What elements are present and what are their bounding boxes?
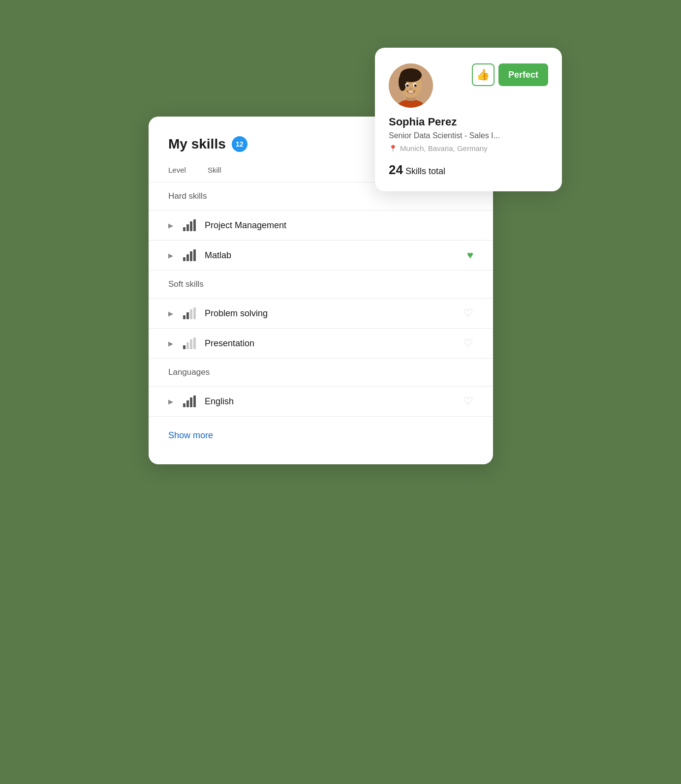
avatar xyxy=(389,63,433,108)
heart-outline-icon[interactable]: ♡ xyxy=(464,307,473,320)
chevron-icon: ▶ xyxy=(168,398,173,405)
skill-row-english[interactable]: ▶ English ♡ xyxy=(149,387,493,417)
level-bar-icon xyxy=(183,337,197,349)
level-bar-icon xyxy=(183,219,197,231)
skill-name: Presentation xyxy=(205,338,254,349)
profile-card: 👍 Perfect Sophia Perez Senior Data Scien… xyxy=(375,48,562,191)
category-soft-skills: Soft skills xyxy=(149,271,493,299)
skill-name: English xyxy=(205,396,234,407)
svg-point-8 xyxy=(406,85,409,87)
col-level-header: Level xyxy=(168,166,198,174)
skill-name: Problem solving xyxy=(205,308,268,319)
svg-point-9 xyxy=(414,85,417,87)
show-more-container: Show more xyxy=(149,417,493,445)
skills-title: My skills xyxy=(168,136,226,152)
level-bar-icon xyxy=(183,307,197,319)
skill-row-problem-solving[interactable]: ▶ Problem solving ♡ xyxy=(149,299,493,329)
heart-outline-icon[interactable]: ♡ xyxy=(464,337,473,350)
profile-actions: 👍 Perfect xyxy=(472,63,548,86)
show-more-link[interactable]: Show more xyxy=(168,430,213,440)
profile-role: Senior Data Scientist - Sales I... xyxy=(389,131,548,140)
profile-skills-count: 24 Skills total xyxy=(389,162,548,178)
profile-location: 📍 Munich, Bavaria, Germany xyxy=(389,144,548,152)
chevron-icon: ▶ xyxy=(168,340,173,347)
level-bar-icon xyxy=(183,395,197,407)
col-skill-header: Skill xyxy=(208,166,221,174)
category-languages: Languages xyxy=(149,359,493,387)
svg-point-5 xyxy=(399,73,406,91)
thumbs-up-button[interactable]: 👍 xyxy=(472,63,495,86)
skill-row-project-management[interactable]: ▶ Project Management xyxy=(149,211,493,241)
chevron-icon: ▶ xyxy=(168,310,173,317)
svg-point-10 xyxy=(409,88,412,90)
heart-outline-icon[interactable]: ♡ xyxy=(464,395,473,408)
skills-badge: 12 xyxy=(232,136,248,152)
profile-name: Sophia Perez xyxy=(389,116,548,128)
location-icon: 📍 xyxy=(389,145,397,152)
chevron-icon: ▶ xyxy=(168,222,173,229)
chevron-icon: ▶ xyxy=(168,252,173,259)
skill-name: Matlab xyxy=(205,250,231,261)
skill-row-matlab[interactable]: ▶ Matlab ♥ xyxy=(149,241,493,271)
heart-filled-icon[interactable]: ♥ xyxy=(467,249,473,262)
perfect-button[interactable]: Perfect xyxy=(498,63,548,86)
skill-row-presentation[interactable]: ▶ Presentation ♡ xyxy=(149,329,493,359)
level-bar-icon xyxy=(183,249,197,261)
skill-name: Project Management xyxy=(205,220,286,231)
